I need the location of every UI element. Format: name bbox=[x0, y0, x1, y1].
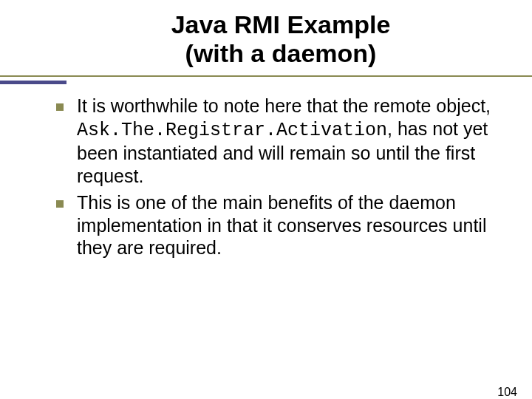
title-line-2: (with a daemon) bbox=[185, 39, 377, 67]
slide-title: Java RMI Example (with a daemon) bbox=[74, 10, 488, 68]
content-area: It is worthwhile to note here that the r… bbox=[52, 95, 502, 262]
long-divider bbox=[0, 75, 532, 77]
bullet-code: Ask.The.Registrar.Activation bbox=[77, 120, 387, 141]
title-underline bbox=[0, 72, 532, 87]
slide: Java RMI Example (with a daemon) It is w… bbox=[0, 10, 532, 399]
list-item: It is worthwhile to note here that the r… bbox=[52, 95, 502, 187]
list-item: This is one of the main benefits of the … bbox=[52, 191, 502, 262]
bullet-text-pre: This is one of the main benefits of the … bbox=[77, 192, 486, 258]
short-accent bbox=[0, 81, 66, 84]
title-line-1: Java RMI Example bbox=[171, 10, 391, 38]
bullet-list: It is worthwhile to note here that the r… bbox=[52, 95, 502, 262]
bullet-text-pre: It is worthwhile to note here that the r… bbox=[77, 95, 491, 116]
page-number: 104 bbox=[497, 386, 517, 399]
